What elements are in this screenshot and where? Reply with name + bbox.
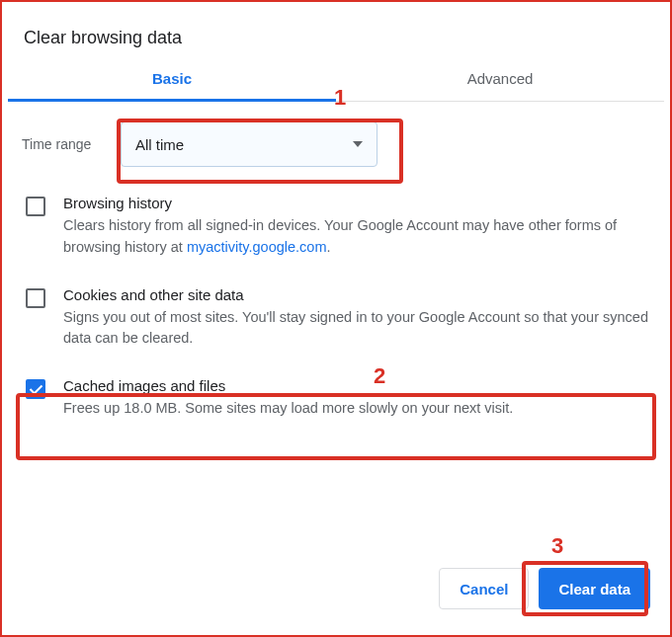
- option-cache: Cached images and files Frees up 18.0 MB…: [22, 377, 650, 434]
- checkbox-cookies[interactable]: [26, 288, 45, 308]
- option-desc: Clears history from all signed-in device…: [63, 215, 648, 259]
- option-body: Cached images and files Frees up 18.0 MB…: [63, 377, 648, 420]
- option-title: Cookies and other site data: [63, 286, 648, 303]
- dialog-footer: Cancel Clear data: [439, 568, 650, 609]
- myactivity-link[interactable]: myactivity.google.com: [187, 239, 327, 255]
- clear-data-button[interactable]: Clear data: [539, 568, 650, 609]
- option-title: Browsing history: [63, 195, 648, 211]
- tab-advanced[interactable]: Advanced: [336, 70, 664, 101]
- desc-suffix: .: [326, 239, 330, 255]
- cancel-button[interactable]: Cancel: [439, 568, 529, 609]
- option-desc: Frees up 18.0 MB. Some sites may load mo…: [63, 398, 648, 420]
- option-body: Browsing history Clears history from all…: [63, 195, 648, 259]
- option-title: Cached images and files: [63, 377, 648, 394]
- dialog: Clear browsing data Basic Advanced Time …: [8, 8, 664, 629]
- time-range-select-wrap: All time: [121, 121, 378, 167]
- dialog-body: Time range All time Browsing history Cle…: [8, 102, 664, 434]
- checkbox-browsing-history[interactable]: [26, 197, 45, 216]
- tab-basic[interactable]: Basic: [8, 70, 336, 101]
- chevron-down-icon: [353, 141, 363, 147]
- annotation-number-3: 3: [551, 533, 563, 559]
- dialog-title: Clear browsing data: [8, 8, 664, 70]
- option-desc: Signs you out of most sites. You'll stay…: [63, 307, 648, 351]
- desc-text: Clears history from all signed-in device…: [63, 217, 617, 255]
- tab-underline: [8, 99, 336, 102]
- annotation-number-2: 2: [374, 363, 385, 389]
- time-range-select[interactable]: All time: [121, 121, 378, 167]
- option-body: Cookies and other site data Signs you ou…: [63, 286, 648, 351]
- option-cookies: Cookies and other site data Signs you ou…: [22, 286, 650, 378]
- checkbox-cache[interactable]: [26, 379, 45, 399]
- time-range-label: Time range: [22, 136, 111, 152]
- time-range-row: Time range All time: [22, 121, 650, 167]
- time-range-value: All time: [135, 136, 184, 153]
- annotation-number-1: 1: [334, 85, 346, 111]
- option-browsing-history: Browsing history Clears history from all…: [22, 195, 650, 286]
- screenshot-frame: Clear browsing data Basic Advanced Time …: [0, 0, 672, 637]
